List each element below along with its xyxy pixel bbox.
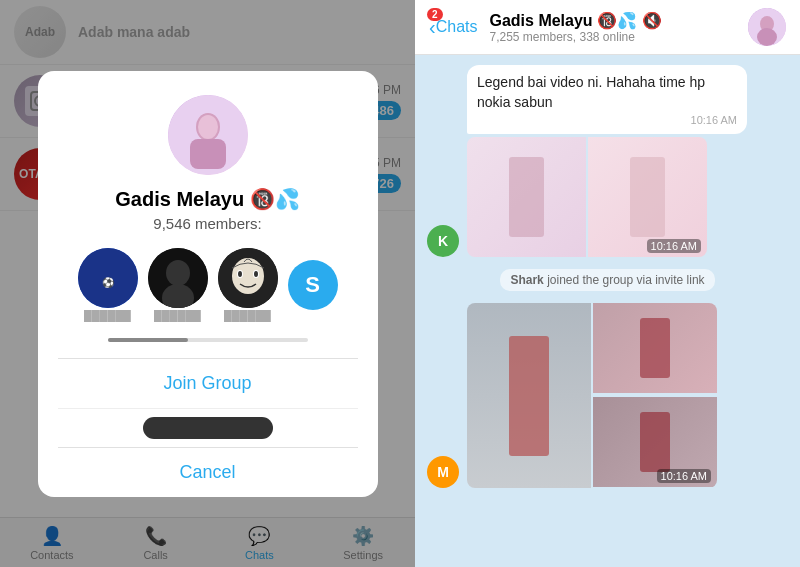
message-avatar: K <box>427 225 459 257</box>
scroll-indicator <box>108 338 308 342</box>
modal-members-count: 9,546 members: <box>153 215 261 232</box>
svg-text:⚽: ⚽ <box>102 276 115 289</box>
modal-emoji: 🔞💦 <box>250 188 300 210</box>
member-label: ██████ <box>218 310 278 322</box>
chat-header: 2 ‹ Chats Gadis Melayu 🔞💦 🔇 7,255 member… <box>415 0 800 55</box>
system-message: Shark joined the group via invite link <box>500 269 714 291</box>
image-placeholder <box>593 303 717 393</box>
modal-member-avatars: ⚽ ██████ ██████ <box>78 248 338 322</box>
modal-dark-bar-container <box>58 408 358 447</box>
modal-group-name: Gadis Melayu 🔞💦 <box>115 187 300 211</box>
message-time: 10:16 AM <box>477 114 737 126</box>
svg-rect-6 <box>190 139 226 169</box>
cancel-button[interactable]: Cancel <box>58 447 358 497</box>
message-images: 10:16 AM <box>467 137 707 257</box>
message-content: 10:16 AM <box>467 303 717 488</box>
scroll-thumb <box>108 338 188 342</box>
message-content: Legend bai video ni. Hahaha time hp noki… <box>467 65 747 257</box>
image-placeholder <box>467 303 591 488</box>
svg-point-7 <box>198 115 218 139</box>
image-placeholder: 10:16 AM <box>588 137 707 257</box>
back-label: Chats <box>436 18 478 36</box>
svg-point-11 <box>166 260 190 286</box>
member-avatar <box>148 248 208 308</box>
member-label: ██████ <box>148 310 208 322</box>
group-name: Gadis Melayu 🔞💦 🔇 <box>489 11 748 30</box>
messages-area: K Legend bai video ni. Hahaha time hp no… <box>415 55 800 567</box>
message-row: K Legend bai video ni. Hahaha time hp no… <box>427 65 788 257</box>
modal-overlay: Gadis Melayu 🔞💦 9,546 members: ⚽ ██████ <box>0 0 415 567</box>
svg-point-17 <box>238 271 242 277</box>
message-bubble: Legend bai video ni. Hahaha time hp noki… <box>467 65 747 134</box>
more-members-indicator: S <box>288 260 338 310</box>
right-panel: 2 ‹ Chats Gadis Melayu 🔞💦 🔇 7,255 member… <box>415 0 800 567</box>
system-text: Shark joined the group via invite link <box>510 273 704 287</box>
back-button[interactable]: 2 ‹ Chats <box>429 16 477 39</box>
member-avatar: ⚽ <box>78 248 138 308</box>
member-item: ██████ <box>148 248 208 322</box>
message-images: 10:16 AM <box>467 303 717 488</box>
member-item: ██████ <box>218 248 278 322</box>
svg-point-18 <box>254 271 258 277</box>
message-row: M 10:16 AM <box>427 303 788 488</box>
header-info: Gadis Melayu 🔞💦 🔇 7,255 members, 338 onl… <box>489 11 748 44</box>
svg-point-21 <box>757 28 777 46</box>
modal-group-avatar <box>168 95 248 175</box>
join-group-button[interactable]: Join Group <box>58 358 358 408</box>
join-group-modal: Gadis Melayu 🔞💦 9,546 members: ⚽ ██████ <box>38 71 378 497</box>
member-label: ██████ <box>78 310 138 322</box>
member-avatar <box>218 248 278 308</box>
left-panel: Adab Adab mana adab MobilegraphyMY Photo <box>0 0 415 567</box>
image-placeholder: 10:16 AM <box>593 397 717 487</box>
message-text: Legend bai video ni. Hahaha time hp noki… <box>477 73 737 112</box>
group-avatar[interactable] <box>748 8 786 46</box>
message-avatar: M <box>427 456 459 488</box>
modal-avatar-bg <box>168 95 248 175</box>
modal-dark-bar <box>143 417 273 439</box>
image-placeholder <box>467 137 586 257</box>
group-status: 7,255 members, 338 online <box>489 30 748 44</box>
member-item: ⚽ ██████ <box>78 248 138 322</box>
back-badge: 2 <box>427 8 443 21</box>
